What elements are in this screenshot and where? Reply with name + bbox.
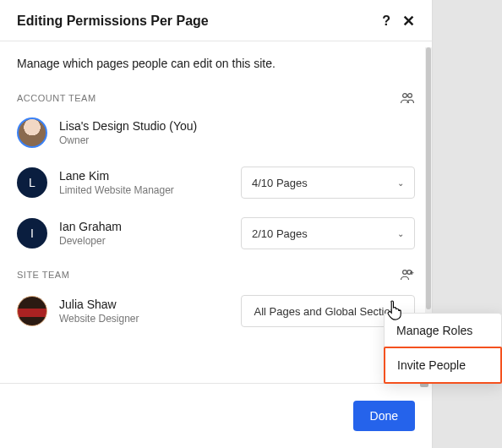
- member-row: Julia Shaw Website Designer All Pages an…: [17, 295, 415, 327]
- member-name: Julia Shaw: [59, 298, 241, 311]
- add-people-icon[interactable]: [400, 268, 415, 281]
- member-role: Owner: [59, 134, 241, 146]
- pages-dropdown[interactable]: 4/10 Pages ⌄: [241, 167, 415, 199]
- member-info: Lane Kim Limited Website Manager: [59, 169, 241, 196]
- member-info: Ian Graham Developer: [59, 220, 241, 247]
- permissions-modal: Editing Permissions Per Page ? ✕ Manage …: [0, 0, 433, 448]
- member-row: I Ian Graham Developer 2/10 Pages ⌄: [17, 217, 415, 249]
- menu-item-invite-people[interactable]: Invite People: [384, 347, 502, 384]
- member-name: Lisa's Design Studio (You): [59, 119, 241, 133]
- member-role: Website Designer: [59, 313, 241, 325]
- member-info: Lisa's Design Studio (You) Owner: [59, 119, 241, 146]
- avatar: L: [17, 167, 47, 198]
- chevron-down-icon: ⌄: [397, 229, 404, 238]
- svg-point-3: [407, 270, 412, 275]
- team-actions-menu: Manage Roles Invite People: [384, 313, 502, 384]
- modal-footer: Done: [0, 383, 432, 448]
- header-actions: ? ✕: [382, 12, 415, 30]
- avatar: [17, 296, 47, 326]
- close-icon[interactable]: ✕: [402, 12, 415, 30]
- pages-value: 4/10 Pages: [252, 177, 308, 189]
- avatar: [17, 117, 47, 148]
- member-role: Limited Website Manager: [59, 184, 241, 196]
- chevron-down-icon: ⌄: [397, 178, 404, 188]
- site-team-header: SITE TEAM: [17, 268, 415, 281]
- site-team-title: SITE TEAM: [17, 270, 69, 280]
- svg-point-2: [403, 270, 407, 275]
- member-name: Lane Kim: [59, 169, 241, 183]
- member-row: Lisa's Design Studio (You) Owner: [17, 117, 415, 148]
- svg-point-0: [403, 94, 407, 98]
- modal-body: Manage which pages people can edit on th…: [0, 41, 432, 383]
- pages-value: All Pages and Global Sections: [254, 305, 402, 318]
- modal-header: Editing Permissions Per Page ? ✕: [0, 0, 432, 41]
- help-icon[interactable]: ?: [382, 14, 390, 29]
- done-button[interactable]: Done: [353, 401, 415, 431]
- modal-title: Editing Permissions Per Page: [17, 14, 382, 29]
- menu-item-manage-roles[interactable]: Manage Roles: [385, 314, 501, 347]
- member-name: Ian Graham: [59, 220, 241, 233]
- member-row: L Lane Kim Limited Website Manager 4/10 …: [17, 167, 415, 199]
- intro-text: Manage which pages people can edit on th…: [17, 57, 415, 70]
- member-role: Developer: [59, 235, 241, 247]
- member-info: Julia Shaw Website Designer: [59, 298, 241, 325]
- avatar: I: [17, 218, 47, 249]
- account-team-title: ACCOUNT TEAM: [17, 93, 96, 103]
- pages-dropdown[interactable]: 2/10 Pages ⌄: [241, 217, 415, 249]
- svg-point-1: [408, 94, 412, 98]
- account-team-header: ACCOUNT TEAM: [17, 92, 415, 104]
- people-icon[interactable]: [400, 92, 415, 104]
- pages-value: 2/10 Pages: [252, 227, 308, 240]
